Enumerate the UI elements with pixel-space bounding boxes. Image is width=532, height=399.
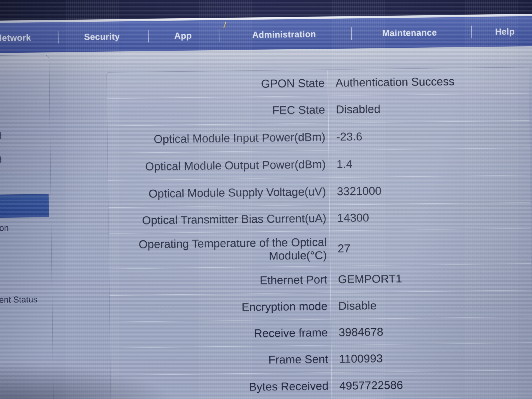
table-row: Ethernet PortGEMPORT1 [109,264,532,296]
sidebar-item-fragment[interactable] [0,156,1,163]
nav-item-security[interactable]: Security [84,32,120,42]
screen-photo: letworkSecurityAppAdministrationMaintena… [0,0,532,399]
sidebar-item-label[interactable]: on [0,223,9,233]
row-label: Frame Sent [110,345,332,375]
row-label: Optical Transmitter Bias Current(uA) [108,205,330,234]
nav-separator [58,31,58,44]
table-row: GPON StateAuthentication Success [107,67,529,99]
row-label: FEC State [107,96,329,126]
row-label: Optical Module Input Power(dBm) [108,123,329,153]
status-table: GPON StateAuthentication SuccessFEC Stat… [106,67,532,399]
nav-separator [148,30,149,42]
sidebar-item-selected[interactable] [0,194,49,218]
table-row: Encryption modeDisable [110,290,532,322]
nav-item-maintenance[interactable]: Maintenance [382,27,437,38]
row-value: Authentication Success [328,67,529,96]
table-row: Optical Module Supply Voltage(uV)3321000 [108,175,530,208]
row-value: 27 [330,228,531,266]
row-value: -23.6 [329,121,530,150]
nav-separator [219,29,219,42]
row-label: Ethernet Port [109,266,331,295]
nav-item-app[interactable]: App [174,31,192,41]
row-value: Disabled [328,94,529,123]
nav-item-help[interactable]: Help [495,26,515,37]
row-value: 3321000 [329,175,530,205]
row-value: Disable [331,290,532,319]
router-admin-page: letworkSecurityAppAdministrationMaintena… [0,0,532,399]
row-label: Operating Temperature of the Optical Mod… [109,231,330,269]
row-label: Bytes Received [111,373,332,399]
row-value: 1100993 [331,343,532,372]
sidebar-item-fragment[interactable] [0,132,1,139]
nav-separator [471,25,472,38]
nav-item-administration[interactable]: Administration [252,29,316,40]
row-value: 1.4 [329,148,530,177]
sidebar-item-label[interactable]: ent Status [0,294,38,305]
table-row: Receive frame3984678 [110,317,532,348]
nav-item-letwork[interactable]: letwork [0,32,31,43]
row-value: 14300 [330,203,531,231]
table-row: FEC StateDisabled [107,94,529,126]
nav-separator [351,27,352,40]
monitor-screen: letworkSecurityAppAdministrationMaintena… [0,0,532,399]
table-row: Operating Temperature of the Optical Mod… [109,228,531,269]
row-value: GEMPORT1 [330,264,532,292]
table-row: Optical Module Output Power(dBm)1.4 [108,148,530,181]
row-label: Optical Module Output Power(dBm) [108,151,329,180]
row-value: 3984678 [331,317,532,345]
table-row: Optical Module Input Power(dBm)-23.6 [108,121,530,153]
row-label: Encryption mode [110,293,331,322]
table-row: Optical Transmitter Bias Current(uA)1430… [108,203,531,234]
row-label: GPON State [107,70,328,98]
row-value: 4957722586 [332,370,532,399]
row-label: Receive frame [110,319,331,348]
row-label: Optical Module Supply Voltage(uV) [108,178,329,208]
table-row: Frame Sent1100993 [110,343,532,375]
